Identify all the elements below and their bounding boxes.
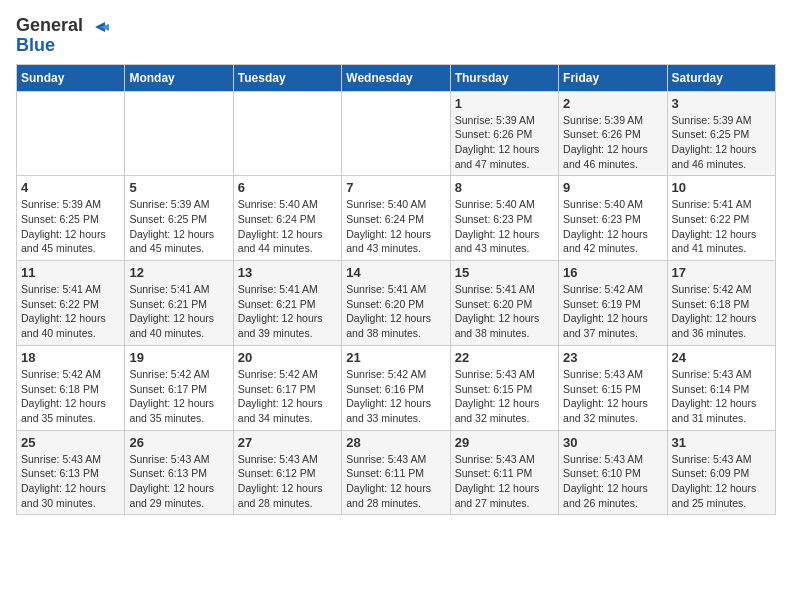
calendar-cell: 23Sunrise: 5:43 AM Sunset: 6:15 PM Dayli… [559,345,667,430]
logo-bird-icon [91,18,109,36]
day-number: 27 [238,435,337,450]
calendar-cell: 16Sunrise: 5:42 AM Sunset: 6:19 PM Dayli… [559,261,667,346]
day-number: 28 [346,435,445,450]
calendar-cell: 25Sunrise: 5:43 AM Sunset: 6:13 PM Dayli… [17,430,125,515]
day-number: 15 [455,265,554,280]
day-info: Sunrise: 5:39 AM Sunset: 6:26 PM Dayligh… [563,113,662,172]
calendar-cell: 21Sunrise: 5:42 AM Sunset: 6:16 PM Dayli… [342,345,450,430]
day-info: Sunrise: 5:41 AM Sunset: 6:21 PM Dayligh… [129,282,228,341]
calendar-cell: 20Sunrise: 5:42 AM Sunset: 6:17 PM Dayli… [233,345,341,430]
weekday-header-saturday: Saturday [667,64,775,91]
calendar-cell: 29Sunrise: 5:43 AM Sunset: 6:11 PM Dayli… [450,430,558,515]
day-info: Sunrise: 5:43 AM Sunset: 6:11 PM Dayligh… [346,452,445,511]
day-number: 14 [346,265,445,280]
day-number: 6 [238,180,337,195]
day-info: Sunrise: 5:43 AM Sunset: 6:15 PM Dayligh… [563,367,662,426]
day-info: Sunrise: 5:39 AM Sunset: 6:26 PM Dayligh… [455,113,554,172]
calendar-cell: 5Sunrise: 5:39 AM Sunset: 6:25 PM Daylig… [125,176,233,261]
day-number: 10 [672,180,771,195]
calendar-cell: 15Sunrise: 5:41 AM Sunset: 6:20 PM Dayli… [450,261,558,346]
day-info: Sunrise: 5:43 AM Sunset: 6:09 PM Dayligh… [672,452,771,511]
weekday-header-sunday: Sunday [17,64,125,91]
day-number: 21 [346,350,445,365]
day-info: Sunrise: 5:42 AM Sunset: 6:17 PM Dayligh… [129,367,228,426]
day-number: 24 [672,350,771,365]
calendar-table: SundayMondayTuesdayWednesdayThursdayFrid… [16,64,776,516]
day-number: 2 [563,96,662,111]
day-number: 26 [129,435,228,450]
day-info: Sunrise: 5:41 AM Sunset: 6:20 PM Dayligh… [455,282,554,341]
weekday-header-friday: Friday [559,64,667,91]
day-number: 5 [129,180,228,195]
calendar-cell: 2Sunrise: 5:39 AM Sunset: 6:26 PM Daylig… [559,91,667,176]
day-info: Sunrise: 5:42 AM Sunset: 6:18 PM Dayligh… [21,367,120,426]
day-number: 11 [21,265,120,280]
day-info: Sunrise: 5:43 AM Sunset: 6:15 PM Dayligh… [455,367,554,426]
day-number: 23 [563,350,662,365]
calendar-cell: 11Sunrise: 5:41 AM Sunset: 6:22 PM Dayli… [17,261,125,346]
day-number: 22 [455,350,554,365]
calendar-cell: 6Sunrise: 5:40 AM Sunset: 6:24 PM Daylig… [233,176,341,261]
logo: General Blue [16,16,109,56]
calendar-cell: 24Sunrise: 5:43 AM Sunset: 6:14 PM Dayli… [667,345,775,430]
day-number: 13 [238,265,337,280]
day-number: 8 [455,180,554,195]
day-info: Sunrise: 5:43 AM Sunset: 6:13 PM Dayligh… [21,452,120,511]
weekday-header-wednesday: Wednesday [342,64,450,91]
calendar-cell: 12Sunrise: 5:41 AM Sunset: 6:21 PM Dayli… [125,261,233,346]
calendar-cell: 4Sunrise: 5:39 AM Sunset: 6:25 PM Daylig… [17,176,125,261]
day-info: Sunrise: 5:40 AM Sunset: 6:23 PM Dayligh… [563,197,662,256]
calendar-cell [233,91,341,176]
day-number: 7 [346,180,445,195]
day-number: 3 [672,96,771,111]
day-info: Sunrise: 5:41 AM Sunset: 6:21 PM Dayligh… [238,282,337,341]
day-info: Sunrise: 5:41 AM Sunset: 6:22 PM Dayligh… [21,282,120,341]
logo-container: General Blue [16,16,109,56]
calendar-cell: 30Sunrise: 5:43 AM Sunset: 6:10 PM Dayli… [559,430,667,515]
day-info: Sunrise: 5:43 AM Sunset: 6:13 PM Dayligh… [129,452,228,511]
day-info: Sunrise: 5:40 AM Sunset: 6:24 PM Dayligh… [346,197,445,256]
calendar-cell: 28Sunrise: 5:43 AM Sunset: 6:11 PM Dayli… [342,430,450,515]
day-info: Sunrise: 5:40 AM Sunset: 6:24 PM Dayligh… [238,197,337,256]
day-info: Sunrise: 5:43 AM Sunset: 6:10 PM Dayligh… [563,452,662,511]
calendar-cell: 17Sunrise: 5:42 AM Sunset: 6:18 PM Dayli… [667,261,775,346]
day-info: Sunrise: 5:42 AM Sunset: 6:17 PM Dayligh… [238,367,337,426]
day-info: Sunrise: 5:41 AM Sunset: 6:20 PM Dayligh… [346,282,445,341]
day-info: Sunrise: 5:41 AM Sunset: 6:22 PM Dayligh… [672,197,771,256]
day-number: 19 [129,350,228,365]
calendar-cell: 31Sunrise: 5:43 AM Sunset: 6:09 PM Dayli… [667,430,775,515]
day-number: 16 [563,265,662,280]
calendar-cell: 10Sunrise: 5:41 AM Sunset: 6:22 PM Dayli… [667,176,775,261]
day-number: 31 [672,435,771,450]
day-info: Sunrise: 5:43 AM Sunset: 6:14 PM Dayligh… [672,367,771,426]
calendar-cell: 13Sunrise: 5:41 AM Sunset: 6:21 PM Dayli… [233,261,341,346]
day-info: Sunrise: 5:39 AM Sunset: 6:25 PM Dayligh… [21,197,120,256]
day-number: 1 [455,96,554,111]
day-info: Sunrise: 5:39 AM Sunset: 6:25 PM Dayligh… [672,113,771,172]
logo-blue: Blue [16,35,55,55]
calendar-cell [342,91,450,176]
logo-text: General Blue [16,16,109,56]
weekday-header-thursday: Thursday [450,64,558,91]
day-number: 17 [672,265,771,280]
day-number: 20 [238,350,337,365]
calendar-cell: 27Sunrise: 5:43 AM Sunset: 6:12 PM Dayli… [233,430,341,515]
calendar-cell: 1Sunrise: 5:39 AM Sunset: 6:26 PM Daylig… [450,91,558,176]
day-info: Sunrise: 5:42 AM Sunset: 6:18 PM Dayligh… [672,282,771,341]
day-info: Sunrise: 5:43 AM Sunset: 6:12 PM Dayligh… [238,452,337,511]
day-info: Sunrise: 5:42 AM Sunset: 6:16 PM Dayligh… [346,367,445,426]
day-number: 25 [21,435,120,450]
logo-general: General [16,15,83,35]
day-info: Sunrise: 5:42 AM Sunset: 6:19 PM Dayligh… [563,282,662,341]
calendar-cell [125,91,233,176]
weekday-header-monday: Monday [125,64,233,91]
day-number: 29 [455,435,554,450]
day-info: Sunrise: 5:43 AM Sunset: 6:11 PM Dayligh… [455,452,554,511]
calendar-cell: 22Sunrise: 5:43 AM Sunset: 6:15 PM Dayli… [450,345,558,430]
day-number: 12 [129,265,228,280]
calendar-cell: 7Sunrise: 5:40 AM Sunset: 6:24 PM Daylig… [342,176,450,261]
day-info: Sunrise: 5:39 AM Sunset: 6:25 PM Dayligh… [129,197,228,256]
page-header: General Blue [16,16,776,56]
day-number: 4 [21,180,120,195]
calendar-cell: 8Sunrise: 5:40 AM Sunset: 6:23 PM Daylig… [450,176,558,261]
